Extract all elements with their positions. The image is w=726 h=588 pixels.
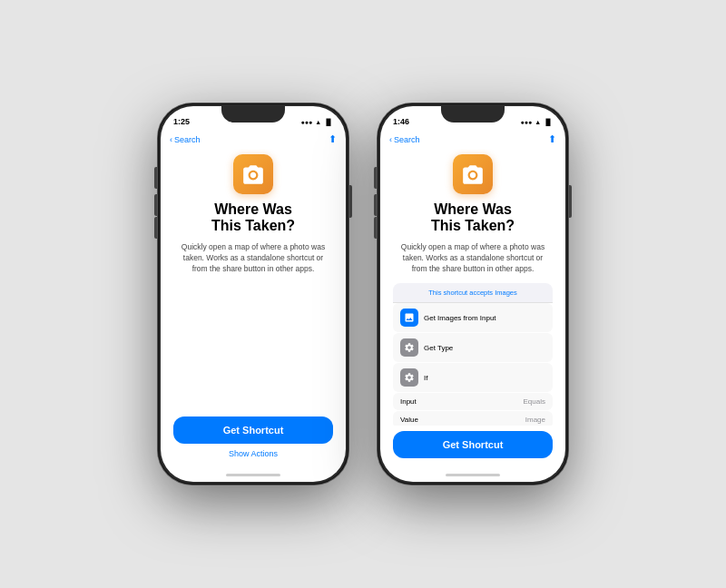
back-button-left[interactable]: ‹ Search [170,135,201,144]
action-row-get-type: Get Type [393,333,553,362]
signal-icon-right: ●●● [520,119,532,125]
accepts-banner: This shortcut accepts Images [393,283,553,303]
data-row-value: Value Image [393,411,553,426]
home-indicator-right [380,467,565,482]
screen-content-right: Where WasThis Taken? Quickly open a map … [380,149,565,467]
battery-icon-right: ▐▌ [544,119,553,125]
get-shortcut-button-right[interactable]: Get Shortcut [393,431,553,458]
data-value-image: Image [525,416,545,424]
home-bar-left [226,474,280,476]
if-icon [404,372,415,383]
phone-right: 1:46 ●●● ▲ ▐▌ ‹ Search ⬆ [378,103,568,485]
status-icons-left: ●●● ▲ ▐▌ [300,119,333,125]
battery-icon: ▐▌ [324,119,333,125]
action-icon-if [400,368,418,387]
photos-icon [404,312,415,323]
back-label-left: Search [174,135,201,144]
time-right: 1:46 [393,117,409,126]
share-button-right[interactable]: ⬆ [548,133,556,145]
shortcut-title-right: Where WasThis Taken? [431,201,515,235]
actions-list: This shortcut accepts Images Get Images … [393,283,553,426]
home-bar-right [446,474,500,476]
chevron-left-icon-right: ‹ [389,135,392,144]
back-button-right[interactable]: ‹ Search [389,135,420,144]
camera-icon-right [461,162,485,186]
app-icon-right [453,154,493,194]
action-label-if: If [424,374,427,382]
screen-content-left: Where WasThis Taken? Quickly open a map … [161,149,346,467]
data-label-value: Value [400,416,418,424]
nav-bar-right: ‹ Search ⬆ [380,132,565,149]
action-row-get-images: Get Images from Input [393,303,553,332]
accepts-text: This shortcut accepts [428,289,495,297]
action-icon-get-images [400,309,418,327]
nav-bar-left: ‹ Search ⬆ [161,132,346,149]
phone-left: 1:25 ●●● ▲ ▐▌ ‹ Search ⬆ [158,103,348,485]
app-icon-left [233,154,273,194]
notch-left [221,106,285,122]
notch-right [441,106,505,122]
show-actions-link[interactable]: Show Actions [229,449,278,458]
data-value-equals: Equals [524,397,545,406]
accepts-highlight: Images [495,289,517,297]
wifi-icon: ▲ [315,119,321,125]
action-icon-get-type [400,338,418,357]
shortcut-desc-right: Quickly open a map of where a photo was … [393,242,553,275]
data-label-input: Input [400,397,417,406]
wifi-icon-right: ▲ [535,119,541,125]
signal-icon: ●●● [300,119,312,125]
time-left: 1:25 [173,117,190,126]
back-label-right: Search [394,135,420,144]
share-button-left[interactable]: ⬆ [329,133,337,145]
shortcut-title-left: Where WasThis Taken? [211,201,295,235]
gear-icon [404,342,415,353]
status-icons-right: ●●● ▲ ▐▌ [520,119,553,125]
action-label-get-images: Get Images from Input [424,314,496,322]
get-shortcut-button-left[interactable]: Get Shortcut [173,416,333,444]
shortcut-desc-left: Quickly open a map of where a photo was … [173,242,333,275]
home-indicator-left [161,467,346,482]
action-label-get-type: Get Type [424,344,453,352]
camera-icon-left [241,162,265,186]
chevron-left-icon: ‹ [170,135,172,144]
action-row-if: If [393,363,553,392]
data-row-input: Input Equals [393,393,553,410]
